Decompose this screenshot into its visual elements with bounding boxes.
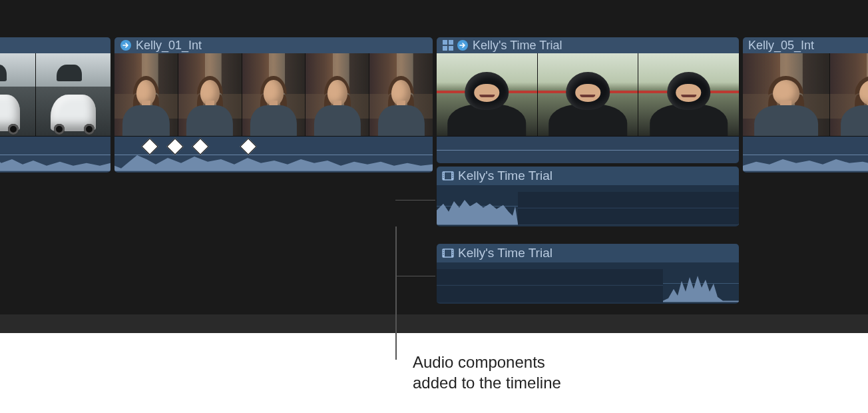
audio-component-waveform[interactable] (437, 262, 739, 304)
transition-arrow-icon (120, 39, 132, 51)
clip-header[interactable]: Kelly's Time Trial (437, 37, 739, 53)
annotation-text: Audio components added to the timeline (413, 352, 561, 393)
svg-rect-3 (443, 46, 447, 51)
svg-rect-23 (443, 254, 444, 255)
clip-header[interactable] (0, 37, 110, 53)
audio-component-clip[interactable]: Kelly's Time Trial (437, 244, 739, 304)
timeline-clip[interactable] (0, 37, 110, 173)
svg-rect-28 (437, 285, 663, 286)
svg-rect-11 (443, 175, 444, 176)
timeline-track-area[interactable]: Kelly_01_Int (0, 0, 868, 320)
svg-rect-17 (518, 208, 739, 208)
clip-thumbnails (0, 53, 110, 136)
annotation-line: added to the timeline (413, 372, 561, 393)
transition-arrow-icon (457, 39, 469, 51)
audio-component-clip[interactable]: Kelly's Time Trial (437, 167, 739, 226)
svg-rect-21 (443, 250, 444, 251)
clip-header[interactable]: Kelly_01_Int (114, 37, 433, 53)
clip-title: Kelly's Time Trial (458, 169, 552, 183)
svg-rect-22 (443, 252, 444, 253)
clip-audio-waveform[interactable] (743, 136, 868, 173)
svg-rect-15 (452, 177, 453, 178)
annotation-line: Audio components (413, 352, 561, 372)
clip-title: Kelly's Time Trial (458, 246, 552, 260)
clip-title: Kelly_01_Int (136, 39, 202, 53)
timeline-clip[interactable]: Kelly_05_Int (743, 37, 868, 173)
clip-title: Kelly_05_Int (748, 39, 814, 53)
clip-audio-waveform[interactable] (437, 136, 739, 163)
svg-rect-12 (443, 177, 444, 178)
clip-header[interactable]: Kelly's Time Trial (437, 244, 739, 262)
clip-header[interactable]: Kelly's Time Trial (437, 167, 739, 185)
audio-component-waveform[interactable] (437, 185, 739, 226)
svg-rect-14 (452, 175, 453, 176)
clip-thumbnails (114, 53, 433, 136)
svg-rect-1 (443, 40, 447, 45)
clip-thumbnails (437, 53, 739, 136)
clip-audio-waveform[interactable] (0, 136, 110, 173)
svg-rect-10 (443, 173, 444, 174)
timeline-clip[interactable]: Kelly_01_Int (114, 37, 433, 173)
timeline-clip-compound[interactable]: Kelly's Time Trial (437, 37, 739, 163)
annotation-callout-line (395, 226, 397, 360)
svg-rect-24 (452, 250, 453, 251)
svg-rect-2 (449, 40, 453, 45)
clip-title: Kelly's Time Trial (473, 39, 562, 53)
svg-rect-25 (452, 252, 453, 253)
compound-clip-icon (442, 39, 454, 51)
timeline-bottom-strip (0, 314, 868, 333)
clip-audio-waveform[interactable] (114, 136, 433, 173)
timeline-editor-area: Kelly_01_Int (0, 0, 868, 333)
svg-rect-4 (449, 46, 453, 51)
clip-thumbnails (743, 53, 868, 136)
clip-header[interactable]: Kelly_05_Int (743, 37, 868, 53)
svg-rect-26 (452, 254, 453, 255)
svg-rect-13 (452, 173, 453, 174)
film-strip-icon (442, 170, 454, 182)
film-strip-icon (442, 247, 454, 259)
